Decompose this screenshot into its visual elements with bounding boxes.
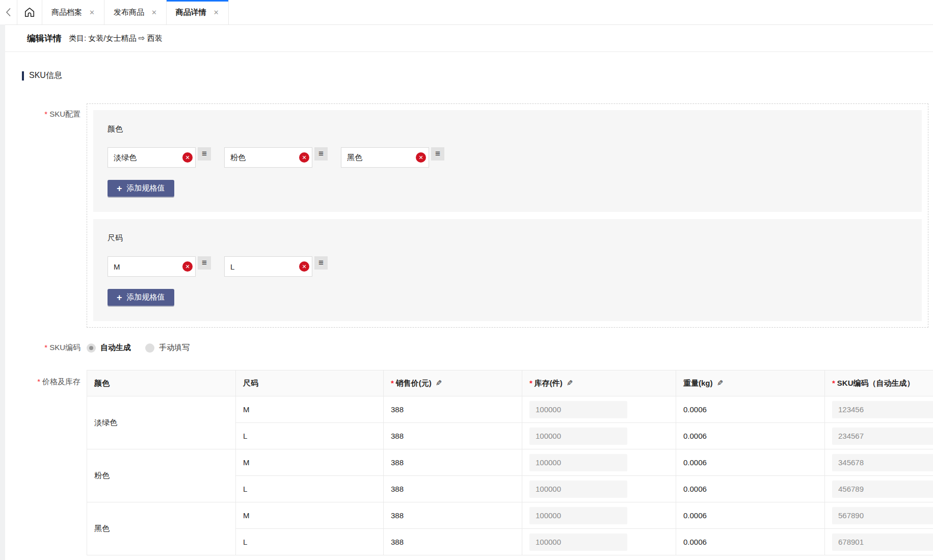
price-cell: 388 [384, 396, 522, 423]
stock-input [529, 507, 627, 524]
col-header-color: 颜色 [87, 370, 236, 396]
weight-cell: 0.0006 [676, 449, 825, 476]
col-header-price: *销售价(元)✎ [384, 370, 522, 396]
stock-input [529, 481, 627, 498]
required-asterisk: * [37, 377, 40, 386]
delete-value-icon[interactable]: ✕ [299, 152, 309, 163]
home-icon [24, 7, 35, 18]
sku-code-input [832, 401, 933, 418]
close-icon[interactable]: ✕ [214, 9, 219, 16]
spec-group-size: 尺码 ✕ ≡ ✕ ≡ + 添加规格值 [93, 219, 922, 321]
weight-cell: 0.0006 [676, 396, 825, 423]
drag-handle-icon[interactable]: ≡ [314, 147, 328, 161]
sku-code-input [832, 481, 933, 498]
required-asterisk: * [832, 379, 835, 387]
price-cell: 388 [384, 476, 522, 502]
add-spec-value-button[interactable]: + 添加规格值 [108, 289, 174, 306]
drag-handle-icon[interactable]: ≡ [314, 256, 328, 270]
price-cell: 388 [384, 502, 522, 529]
required-asterisk: * [44, 110, 47, 118]
section-title-sku-info: SKU信息 [22, 70, 933, 81]
back-chevron-icon [6, 8, 11, 17]
page-title: 编辑详情 [27, 33, 62, 44]
delete-value-icon[interactable]: ✕ [182, 152, 193, 163]
col-header-size: 尺码 [236, 370, 384, 396]
edit-pencil-icon[interactable]: ✎ [567, 379, 573, 388]
back-button[interactable] [0, 0, 17, 24]
close-icon[interactable]: ✕ [89, 9, 95, 16]
page-header: 编辑详情 类目: 女装/女士精品 ⇨ 西装 [5, 25, 933, 52]
sku-code-input [832, 428, 933, 445]
tab-product-detail[interactable]: 商品详情 ✕ [167, 0, 229, 24]
table-row: 黑色 M 388 0.0006 [87, 502, 933, 529]
delete-value-icon[interactable]: ✕ [182, 261, 193, 272]
price-stock-table: 颜色 尺码 *销售价(元)✎ *库存(件)✎ 重量(kg)✎ *SKU编码（自动… [87, 370, 933, 555]
delete-value-icon[interactable]: ✕ [299, 261, 309, 272]
col-header-weight: 重量(kg)✎ [676, 370, 825, 396]
tab-label: 商品详情 [176, 8, 206, 17]
size-cell: L [236, 423, 384, 449]
edit-pencil-icon[interactable]: ✎ [436, 379, 442, 388]
price-stock-row: *价格及库存 颜色 尺码 *销售价(元)✎ *库存(件)✎ 重量(kg)✎ *S… [0, 370, 933, 555]
tab-publish-product[interactable]: 发布商品 ✕ [104, 0, 167, 24]
radio-label: 手动填写 [159, 343, 190, 353]
color-cell: 粉色 [87, 449, 236, 502]
sku-code-input [832, 534, 933, 551]
edit-pencil-icon[interactable]: ✎ [717, 379, 724, 388]
spec-value-chip: ✕ ≡ [341, 147, 444, 168]
weight-cell: 0.0006 [676, 423, 825, 449]
drag-handle-icon[interactable]: ≡ [198, 256, 211, 270]
plus-icon: + [117, 184, 122, 193]
drag-handle-icon[interactable]: ≡ [198, 147, 211, 161]
radio-circle-icon [145, 343, 154, 353]
page-left-gutter [0, 24, 5, 560]
required-asterisk: * [391, 379, 394, 387]
stock-input [529, 401, 627, 418]
price-stock-label: *价格及库存 [0, 370, 81, 387]
radio-label: 自动生成 [100, 343, 131, 353]
sku-code-input [832, 507, 933, 524]
home-tab[interactable] [17, 0, 42, 24]
delete-value-icon[interactable]: ✕ [416, 152, 426, 163]
size-cell: M [236, 396, 384, 423]
sku-config-row: *SKU配置 颜色 ✕ ≡ ✕ ≡ ✕ ≡ [0, 103, 933, 328]
section-title-text: SKU信息 [29, 70, 62, 81]
add-spec-value-button[interactable]: + 添加规格值 [108, 180, 174, 197]
spec-value-chip: ✕ ≡ [224, 147, 328, 168]
spec-value-chip: ✕ ≡ [108, 256, 211, 277]
size-cell: L [236, 529, 384, 555]
tab-label: 发布商品 [114, 8, 144, 17]
size-cell: M [236, 449, 384, 476]
tab-product-archive[interactable]: 商品档案 ✕ [42, 0, 104, 24]
table-row: 粉色 M 388 0.0006 [87, 449, 933, 476]
spec-group-name: 尺码 [108, 233, 922, 243]
sku-code-row: *SKU编码 自动生成 手动填写 [0, 343, 933, 353]
spec-group-name: 颜色 [108, 124, 922, 134]
stock-input [529, 454, 627, 471]
plus-icon: + [117, 293, 122, 302]
tab-label: 商品档案 [51, 8, 82, 17]
col-header-sku: *SKU编码（自动生成） [825, 370, 933, 396]
spec-group-color: 颜色 ✕ ≡ ✕ ≡ ✕ ≡ + [93, 110, 922, 212]
close-icon[interactable]: ✕ [151, 9, 157, 16]
weight-cell: 0.0006 [676, 502, 825, 529]
sku-config-label: *SKU配置 [0, 103, 81, 119]
stock-input [529, 534, 627, 551]
size-cell: M [236, 502, 384, 529]
drag-handle-icon[interactable]: ≡ [431, 147, 444, 161]
price-cell: 388 [384, 449, 522, 476]
color-cell: 淡绿色 [87, 396, 236, 449]
col-header-stock: *库存(件)✎ [522, 370, 676, 396]
color-cell: 黑色 [87, 502, 236, 555]
sku-code-label: *SKU编码 [0, 343, 81, 353]
radio-auto-generate[interactable]: 自动生成 [87, 343, 131, 353]
required-asterisk: * [529, 379, 532, 387]
sku-config-panel: 颜色 ✕ ≡ ✕ ≡ ✕ ≡ + [87, 103, 928, 328]
table-row: 淡绿色 M 388 0.0006 [87, 396, 933, 423]
radio-manual-fill[interactable]: 手动填写 [145, 343, 190, 353]
spec-value-chip: ✕ ≡ [108, 147, 211, 168]
table-header-row: 颜色 尺码 *销售价(元)✎ *库存(件)✎ 重量(kg)✎ *SKU编码（自动… [87, 370, 933, 396]
price-cell: 388 [384, 423, 522, 449]
category-breadcrumb: 类目: 女装/女士精品 ⇨ 西装 [69, 34, 162, 43]
stock-input [529, 428, 627, 445]
